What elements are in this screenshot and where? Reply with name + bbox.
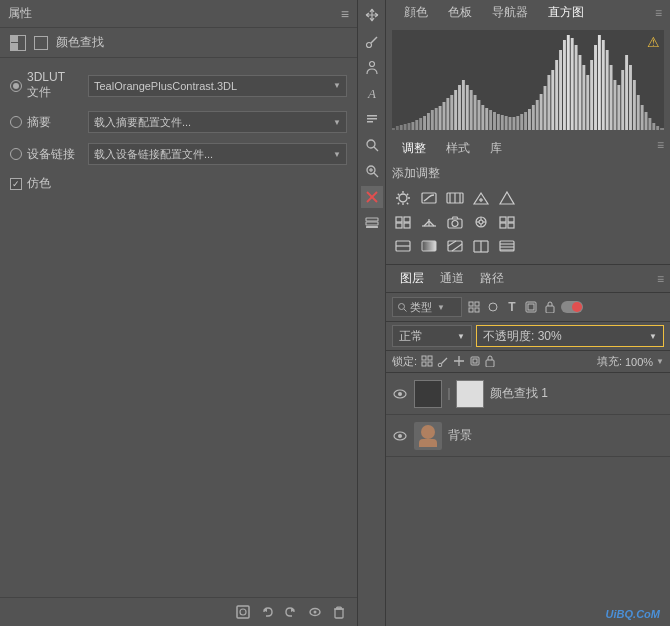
tab-layers[interactable]: 图层 <box>392 268 432 289</box>
svg-rect-68 <box>540 94 543 130</box>
devicelink-placeholder: 载入设备链接配置文件... <box>94 147 213 162</box>
tool-zoom2[interactable] <box>361 160 383 182</box>
adj-grid[interactable] <box>392 212 414 232</box>
tab-paths[interactable]: 路径 <box>472 268 512 289</box>
radio-devicelink[interactable]: 设备链接 <box>10 146 80 163</box>
histogram-warning-icon: ⚠ <box>647 34 660 50</box>
tool-text[interactable]: A <box>361 82 383 104</box>
svg-rect-46 <box>454 90 457 130</box>
delete-icon-btn[interactable] <box>331 604 347 620</box>
svg-rect-82 <box>594 45 597 130</box>
filter-icon-text[interactable]: T <box>504 299 520 315</box>
svg-rect-95 <box>645 112 648 130</box>
opacity-control[interactable]: 不透明度: 30% ▼ <box>476 325 664 347</box>
adj-curves[interactable] <box>418 188 440 208</box>
tab-color[interactable]: 顔色 <box>394 1 438 26</box>
forward-icon-btn[interactable] <box>283 604 299 620</box>
blend-mode-arrow: ▼ <box>457 332 465 341</box>
filter-icon-grid[interactable] <box>466 299 482 315</box>
filter-icon-lock[interactable] <box>542 299 558 315</box>
svg-rect-43 <box>443 102 446 130</box>
layer-visibility-1[interactable] <box>392 386 408 402</box>
adj-pattern[interactable] <box>444 236 466 256</box>
right-panel-menu-icon[interactable]: ≡ <box>655 6 662 20</box>
layer-chain-1 <box>444 386 454 402</box>
tool-brush[interactable] <box>361 30 383 52</box>
lock-icon-brush[interactable] <box>437 355 449 369</box>
eye-icon-btn[interactable] <box>307 604 323 620</box>
svg-rect-169 <box>486 360 494 367</box>
devicelink-dropdown[interactable]: 载入设备链接配置文件... ▼ <box>88 143 347 165</box>
filter-toggle[interactable] <box>561 301 583 313</box>
adj-brightness[interactable] <box>392 188 414 208</box>
svg-rect-164 <box>428 362 432 366</box>
layers-menu-icon[interactable]: ≡ <box>657 272 664 286</box>
lock-icon-artboard[interactable] <box>469 355 481 369</box>
layer-thumb-icon-1 <box>414 380 442 408</box>
adj-threshold[interactable] <box>470 236 492 256</box>
tool-move[interactable] <box>361 4 383 26</box>
svg-line-20 <box>374 147 378 151</box>
layer-item-background[interactable]: 背景 <box>386 415 670 457</box>
adjustments-menu-icon[interactable]: ≡ <box>657 138 664 159</box>
lock-icon-lock[interactable] <box>485 355 495 369</box>
svg-rect-0 <box>237 606 249 618</box>
svg-point-12 <box>366 43 371 48</box>
tab-channels[interactable]: 通道 <box>432 268 472 289</box>
tool-zoom[interactable] <box>361 134 383 156</box>
filter-icon-circle[interactable] <box>485 299 501 315</box>
adj-posterize[interactable] <box>496 236 518 256</box>
adj-balance[interactable] <box>418 212 440 232</box>
mask-icon-btn[interactable] <box>235 604 251 620</box>
layer-item-color-lookup[interactable]: 颜色查找 1 <box>386 373 670 415</box>
panel-menu-icon[interactable]: ≡ <box>341 6 349 22</box>
svg-rect-79 <box>582 65 585 130</box>
tab-library[interactable]: 库 <box>480 138 512 159</box>
adjustments-tabs: 调整 样式 库 ≡ <box>392 138 664 159</box>
svg-rect-119 <box>404 217 410 222</box>
adj-vibrance[interactable] <box>470 212 492 232</box>
radio-label-3dlut: 3DLUT 文件 <box>27 70 80 101</box>
svg-rect-88 <box>617 85 620 130</box>
radio-abstract[interactable]: 摘要 <box>10 114 80 131</box>
svg-rect-140 <box>422 241 436 251</box>
left-panel: 属性 ≡ 颜色查找 3DLUT 文件 TealOrangePlusContras… <box>0 0 358 626</box>
tab-adjustments[interactable]: 调整 <box>392 138 436 159</box>
svg-line-125 <box>429 221 434 226</box>
back-icon-btn[interactable] <box>259 604 275 620</box>
lock-icon-move[interactable] <box>453 355 465 369</box>
dithering-row: 仿色 <box>10 175 347 192</box>
svg-rect-94 <box>641 105 644 130</box>
tool-x[interactable] <box>361 186 383 208</box>
filter-icon-frame[interactable] <box>523 299 539 315</box>
blend-mode-dropdown[interactable]: 正常 ▼ <box>392 325 472 347</box>
adj-solid[interactable] <box>392 236 414 256</box>
tab-navigator[interactable]: 导航器 <box>482 1 538 26</box>
layer-visibility-2[interactable] <box>392 428 408 444</box>
tool-layers[interactable] <box>361 212 383 234</box>
tool-person[interactable] <box>361 56 383 78</box>
adj-gradient[interactable] <box>418 236 440 256</box>
adj-channels[interactable] <box>496 212 518 232</box>
abstract-dropdown[interactable]: 载入摘要配置文件... ▼ <box>88 111 347 133</box>
tool-paragraph[interactable] <box>361 108 383 130</box>
svg-marker-117 <box>500 192 514 204</box>
tab-swatches[interactable]: 色板 <box>438 1 482 26</box>
adj-camera[interactable] <box>444 212 466 232</box>
adj-exposure[interactable] <box>470 188 492 208</box>
fill-value: 100% <box>625 356 653 368</box>
lut3d-dropdown[interactable]: TealOrangePlusContrast.3DL ▼ <box>88 75 347 97</box>
svg-rect-45 <box>450 95 453 130</box>
svg-line-13 <box>371 37 377 43</box>
adj-hsl[interactable] <box>496 188 518 208</box>
tab-styles[interactable]: 样式 <box>436 138 480 159</box>
dithering-checkbox[interactable] <box>10 178 22 190</box>
lock-icon-grid[interactable] <box>421 355 433 369</box>
adj-levels[interactable] <box>444 188 466 208</box>
tab-histogram[interactable]: 直方图 <box>538 1 594 26</box>
radio-3dlut[interactable]: 3DLUT 文件 <box>10 70 80 101</box>
svg-rect-57 <box>497 114 500 130</box>
svg-line-22 <box>374 173 378 177</box>
svg-rect-49 <box>466 85 469 130</box>
svg-rect-78 <box>579 55 582 130</box>
